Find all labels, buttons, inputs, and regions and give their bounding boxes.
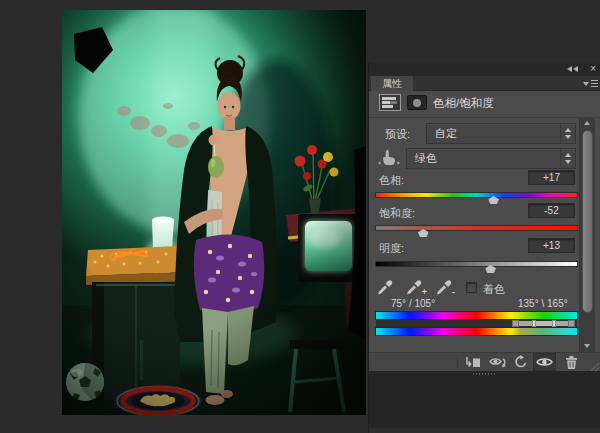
hue-spectrum-bar-after [376, 328, 577, 335]
hue-spectrum-bar-before[interactable] [376, 312, 577, 319]
plus-glyph: + [422, 287, 427, 297]
minus-glyph: - [452, 287, 455, 297]
layer-mask-icon[interactable] [407, 95, 427, 110]
lightness-value[interactable]: +13 [528, 238, 575, 253]
visibility-toggle-button[interactable] [533, 353, 556, 371]
channel-dropdown[interactable]: 绿色 [406, 148, 576, 169]
hue-slider[interactable] [376, 193, 577, 197]
add-eyedropper-icon[interactable]: + [405, 280, 427, 296]
tab-properties[interactable]: 属性 [371, 76, 413, 91]
range-falloff-left[interactable] [519, 321, 532, 326]
saturation-label: 饱和度: [379, 206, 415, 221]
adjustment-title: 色相/饱和度 [433, 96, 494, 111]
hue-saturation-adjustment-icon[interactable] [379, 94, 401, 111]
dock-bottom-strip [369, 428, 600, 433]
color-range-control[interactable] [376, 320, 577, 327]
preset-value: 自定 [435, 124, 457, 143]
scroll-down-icon[interactable] [580, 341, 595, 352]
resize-grip-icon[interactable] [589, 359, 600, 370]
clip-to-layer-icon[interactable] [464, 354, 482, 371]
preset-label: 预设: [385, 127, 410, 142]
saturation-slider[interactable] [376, 226, 577, 230]
panel-dock-area [369, 371, 600, 433]
preset-dropdown[interactable]: 自定 [426, 123, 576, 144]
colorize-checkbox[interactable] [466, 282, 477, 293]
hue-value[interactable]: +17 [528, 170, 575, 185]
colorize-label: 着色 [483, 282, 505, 297]
range-left-degrees: 75° / 105° [391, 298, 435, 309]
lightness-slider-thumb[interactable] [485, 265, 496, 273]
panel-tabbar: 属性 [369, 76, 600, 91]
panel-titlebar: × [369, 62, 600, 76]
panel-content: 色相/饱和度 预设: 自定 绿色 色相: +17 [369, 91, 600, 352]
close-icon[interactable]: × [590, 62, 596, 76]
adjustment-toolbar [369, 352, 600, 371]
delete-icon[interactable] [563, 354, 581, 371]
scrollbar-thumb[interactable] [582, 130, 593, 313]
photo-image [62, 10, 366, 415]
eye-icon [536, 356, 553, 369]
header-divider [369, 117, 600, 118]
saturation-value[interactable]: -52 [528, 203, 575, 218]
view-previous-state-icon[interactable] [488, 354, 509, 371]
dropdown-arrows-icon [560, 124, 575, 143]
collapse-panel-icon[interactable] [567, 66, 579, 72]
panel-scrollbar[interactable] [579, 118, 595, 352]
toolbar-divider [457, 355, 458, 369]
dock-drag-handle[interactable] [473, 373, 497, 375]
range-right-degrees: 135° \ 165° [518, 298, 568, 309]
properties-panel: × 属性 色相/饱和度 预设: 自定 [368, 62, 600, 433]
panel-menu-icon[interactable] [583, 80, 597, 87]
lightness-label: 明度: [379, 241, 404, 256]
range-outer-handle-right[interactable] [568, 320, 575, 327]
subtract-eyedropper-icon[interactable]: - [435, 280, 457, 296]
eyedropper-icon[interactable] [376, 280, 394, 296]
saturation-slider-thumb[interactable] [418, 229, 429, 237]
range-outer-handle-left[interactable] [512, 320, 519, 327]
document-canvas[interactable] [62, 10, 366, 415]
dropdown-arrows-icon [560, 149, 575, 168]
channel-value: 绿色 [415, 149, 437, 168]
lightness-slider[interactable] [376, 262, 577, 266]
targeted-adjustment-hand-icon[interactable] [377, 149, 401, 167]
range-falloff-right[interactable] [556, 321, 568, 326]
reset-icon[interactable] [512, 354, 530, 371]
hue-slider-thumb[interactable] [488, 196, 499, 204]
range-center[interactable] [536, 321, 552, 326]
photoshop-workspace: × 属性 色相/饱和度 预设: 自定 [0, 0, 600, 433]
scroll-up-icon[interactable] [580, 118, 595, 129]
hue-label: 色相: [379, 173, 404, 188]
